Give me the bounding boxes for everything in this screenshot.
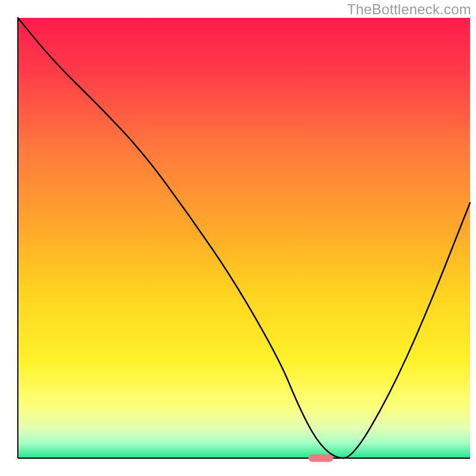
watermark-label: TheBottleneck.com [347,1,471,18]
bottleneck-chart [0,0,476,476]
optimum-marker [308,455,333,462]
plot-background [18,18,470,458]
chart-frame: TheBottleneck.com [0,0,476,476]
